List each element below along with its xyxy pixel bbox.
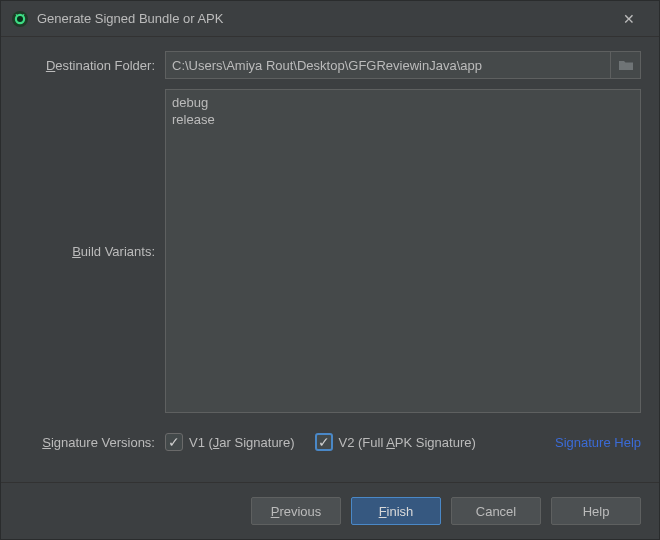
previous-button[interactable]: Previous	[251, 497, 341, 525]
v1-signature-checkbox[interactable]: ✓ V1 (Jar Signature)	[165, 433, 295, 451]
close-icon[interactable]: ✕	[609, 11, 649, 27]
destination-label-text: estination Folder:	[55, 58, 155, 73]
destination-input[interactable]	[165, 51, 611, 79]
destination-row: Destination Folder:	[19, 51, 641, 79]
build-variants-list[interactable]: debug release	[165, 89, 641, 413]
svg-rect-2	[17, 16, 23, 22]
signature-versions-row: Signature Versions: ✓ V1 (Jar Signature)…	[19, 423, 641, 465]
folder-icon	[618, 59, 634, 71]
app-icon	[11, 10, 29, 28]
list-item[interactable]: debug	[172, 94, 634, 111]
sig-mnemonic: S	[42, 435, 51, 450]
finish-button[interactable]: Finish	[351, 497, 441, 525]
destination-field-wrap	[165, 51, 641, 79]
checkbox-icon: ✓	[165, 433, 183, 451]
list-item[interactable]: release	[172, 111, 634, 128]
v2-label: V2 (Full APK Signature)	[339, 435, 476, 450]
signature-help-link[interactable]: Signature Help	[555, 435, 641, 450]
browse-folder-button[interactable]	[611, 51, 641, 79]
checkbox-icon: ✓	[315, 433, 333, 451]
build-variants-label: Build Variants:	[19, 244, 165, 259]
content-area: Destination Folder: Build Variants: debu…	[1, 37, 659, 482]
build-mnemonic: B	[72, 244, 81, 259]
v1-label: V1 (Jar Signature)	[189, 435, 295, 450]
build-label-text: uild Variants:	[81, 244, 155, 259]
sig-label-text: ignature Versions:	[51, 435, 155, 450]
dialog-window: Generate Signed Bundle or APK ✕ Destinat…	[0, 0, 660, 540]
dialog-title: Generate Signed Bundle or APK	[37, 11, 609, 26]
help-button[interactable]: Help	[551, 497, 641, 525]
titlebar: Generate Signed Bundle or APK ✕	[1, 1, 659, 37]
destination-mnemonic: D	[46, 58, 55, 73]
v2-signature-checkbox[interactable]: ✓ V2 (Full APK Signature)	[315, 433, 476, 451]
destination-label: Destination Folder:	[19, 58, 165, 73]
build-variants-row: Build Variants: debug release	[19, 89, 641, 413]
button-bar: Previous Finish Cancel Help	[1, 482, 659, 539]
cancel-button[interactable]: Cancel	[451, 497, 541, 525]
signature-versions-label: Signature Versions:	[19, 435, 165, 450]
